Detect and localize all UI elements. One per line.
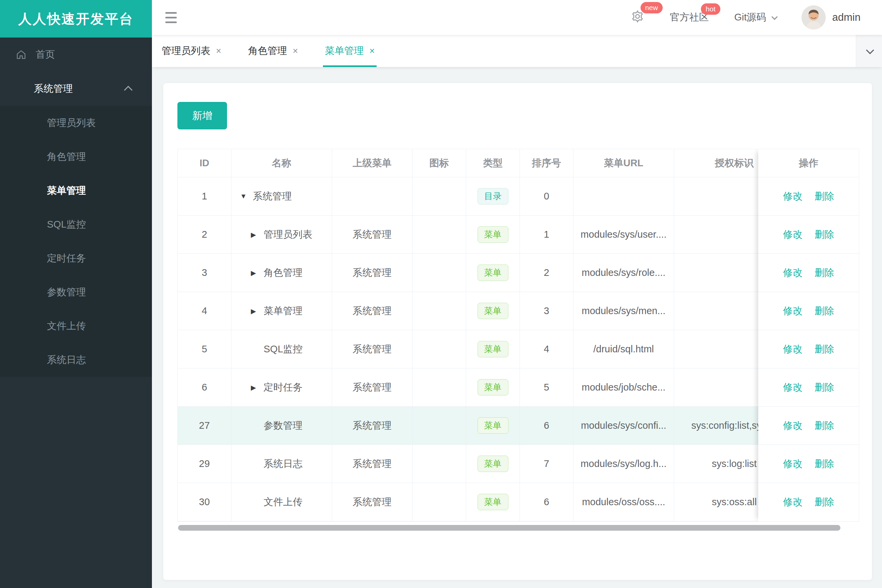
delete-link[interactable]: 删除 bbox=[814, 343, 834, 356]
username: admin bbox=[832, 11, 861, 24]
sidebar-toggle-icon[interactable] bbox=[165, 12, 177, 23]
table-row[interactable]: 29 系统日志 系统管理 菜单 7 modules/sys/log.h... s… bbox=[178, 445, 859, 483]
chevron-up-icon bbox=[124, 86, 132, 94]
delete-link[interactable]: 删除 bbox=[814, 190, 834, 203]
col-header-actions: 操作 bbox=[758, 149, 859, 177]
sidebar-group-system[interactable]: 系统管理 bbox=[0, 72, 152, 106]
table-row[interactable]: 30 文件上传 系统管理 菜单 6 modules/oss/oss.... sy… bbox=[178, 483, 859, 521]
row-actions: 修改删除 bbox=[758, 368, 859, 406]
hot-badge: hot bbox=[701, 3, 720, 15]
sidebar-item-file-upload[interactable]: 文件上传 bbox=[0, 309, 152, 343]
row-actions: 修改删除 bbox=[758, 216, 859, 254]
community-link[interactable]: 官方社区 hot bbox=[670, 11, 709, 24]
topbar: new 官方社区 hot Git源码 bbox=[152, 0, 882, 35]
table-header-row: ID 名称 上级菜单 图标 类型 排序号 菜单URL 授权标识 bbox=[178, 149, 859, 177]
type-badge: 菜单 bbox=[478, 456, 508, 472]
chevron-down-icon bbox=[866, 46, 874, 54]
type-badge: 菜单 bbox=[478, 226, 508, 243]
delete-link[interactable]: 删除 bbox=[814, 228, 834, 242]
close-icon[interactable]: × bbox=[216, 46, 221, 56]
delete-link[interactable]: 删除 bbox=[814, 304, 834, 318]
type-badge: 菜单 bbox=[478, 417, 508, 434]
table-row[interactable]: 6 ▶定时任务 系统管理 菜单 5 modules/job/sche... bbox=[178, 368, 859, 406]
type-badge: 菜单 bbox=[478, 264, 508, 281]
tabs-dropdown-button[interactable] bbox=[856, 35, 882, 67]
delete-link[interactable]: 删除 bbox=[814, 266, 834, 280]
app-title: 人人快速开发平台 bbox=[18, 10, 134, 28]
home-icon bbox=[16, 50, 26, 60]
type-badge: 菜单 bbox=[478, 341, 508, 358]
menu-card: 新增 ID 名称 上级菜单 图标 类型 排序号 菜单URL 授权标识 bbox=[163, 83, 872, 580]
delete-link[interactable]: 删除 bbox=[814, 457, 834, 471]
tabbar: 管理员列表 × 角色管理 × 菜单管理 × bbox=[152, 35, 882, 67]
expand-icon[interactable]: ▶ bbox=[251, 269, 264, 277]
delete-link[interactable]: 删除 bbox=[814, 419, 834, 432]
table-row[interactable]: 5 SQL监控 系统管理 菜单 4 /druid/sql.html bbox=[178, 330, 859, 368]
expand-icon[interactable]: ▶ bbox=[251, 307, 264, 315]
row-actions: 修改删除 bbox=[758, 330, 859, 368]
type-badge: 菜单 bbox=[478, 379, 508, 396]
expand-icon[interactable]: ▶ bbox=[251, 384, 264, 392]
table-row-selected[interactable]: 27 参数管理 系统管理 菜单 6 modules/sys/confi... s… bbox=[178, 406, 859, 445]
collapse-icon[interactable]: ▼ bbox=[240, 192, 253, 200]
sidebar-item-system-log[interactable]: 系统日志 bbox=[0, 343, 152, 377]
sidebar-item-admin-list[interactable]: 管理员列表 bbox=[0, 106, 152, 140]
close-icon[interactable]: × bbox=[370, 46, 375, 56]
row-actions: 修改删除 bbox=[758, 406, 859, 445]
col-header-order: 排序号 bbox=[520, 149, 574, 177]
type-badge: 菜单 bbox=[478, 494, 508, 510]
topbar-right: new 官方社区 hot Git源码 bbox=[605, 5, 861, 30]
delete-link[interactable]: 删除 bbox=[814, 495, 834, 509]
sidebar-item-scheduled-jobs[interactable]: 定时任务 bbox=[0, 242, 152, 275]
sidebar-item-menu-mgmt[interactable]: 菜单管理 bbox=[0, 174, 152, 207]
type-badge: 目录 bbox=[478, 188, 508, 205]
content: 新增 ID 名称 上级菜单 图标 类型 排序号 菜单URL 授权标识 bbox=[152, 67, 882, 588]
sidebar-item-home[interactable]: 首页 bbox=[0, 38, 152, 72]
table-row[interactable]: 2 ▶管理员列表 系统管理 菜单 1 modules/sys/user.... bbox=[178, 216, 859, 254]
sidebar-item-param-mgmt[interactable]: 参数管理 bbox=[0, 275, 152, 309]
expand-icon[interactable]: ▶ bbox=[251, 231, 264, 238]
tab-admin-list[interactable]: 管理员列表 × bbox=[162, 35, 221, 67]
edit-link[interactable]: 修改 bbox=[783, 343, 802, 356]
table-row[interactable]: 4 ▶菜单管理 系统管理 菜单 3 modules/sys/men... bbox=[178, 292, 859, 330]
row-actions: 修改删除 bbox=[758, 254, 859, 292]
edit-link[interactable]: 修改 bbox=[783, 457, 802, 471]
table-row[interactable]: 3 ▶角色管理 系统管理 菜单 2 modules/sys/role.... bbox=[178, 254, 859, 292]
col-header-icon: 图标 bbox=[413, 149, 466, 177]
row-actions: 修改删除 bbox=[758, 483, 859, 521]
col-header-type: 类型 bbox=[466, 149, 520, 177]
row-actions: 修改删除 bbox=[758, 292, 859, 330]
tab-menu-mgmt[interactable]: 菜单管理 × bbox=[325, 35, 375, 67]
edit-link[interactable]: 修改 bbox=[783, 495, 802, 509]
sidebar: 人人快速开发平台 首页 系统管理 管理员列表 角色管理 菜单管理 SQL监控 定… bbox=[0, 0, 152, 588]
scrollbar-thumb[interactable] bbox=[178, 525, 840, 531]
table-row[interactable]: 1 ▼系统管理 目录 0 bbox=[178, 177, 859, 216]
add-button[interactable]: 新增 bbox=[177, 102, 227, 129]
fixed-actions-column: 操作 修改删除 修改删除 修改删除 修改删除 修改删除 修改删除 修改删除 修改… bbox=[758, 149, 859, 521]
edit-link[interactable]: 修改 bbox=[783, 304, 802, 318]
edit-link[interactable]: 修改 bbox=[783, 266, 802, 280]
row-actions: 修改删除 bbox=[758, 177, 859, 216]
user-menu[interactable]: admin bbox=[801, 5, 861, 30]
avatar[interactable] bbox=[801, 5, 826, 30]
settings-button[interactable]: new bbox=[631, 9, 645, 26]
menu-table: ID 名称 上级菜单 图标 类型 排序号 菜单URL 授权标识 1 ▼系统管理 bbox=[177, 149, 859, 531]
tab-role-mgmt[interactable]: 角色管理 × bbox=[248, 35, 298, 67]
table-grid: ID 名称 上级菜单 图标 类型 排序号 菜单URL 授权标识 1 ▼系统管理 bbox=[177, 149, 859, 522]
close-icon[interactable]: × bbox=[293, 46, 298, 56]
edit-link[interactable]: 修改 bbox=[783, 190, 802, 203]
col-header-id: ID bbox=[178, 149, 231, 177]
sidebar-item-sql-monitor[interactable]: SQL监控 bbox=[0, 207, 152, 242]
chevron-down-icon bbox=[771, 14, 777, 20]
edit-link[interactable]: 修改 bbox=[783, 228, 802, 242]
git-source-label: Git源码 bbox=[735, 11, 766, 24]
delete-link[interactable]: 删除 bbox=[814, 381, 834, 394]
col-header-name: 名称 bbox=[231, 149, 332, 177]
edit-link[interactable]: 修改 bbox=[783, 419, 802, 432]
main-area: new 官方社区 hot Git源码 bbox=[152, 0, 882, 588]
edit-link[interactable]: 修改 bbox=[783, 381, 802, 394]
sidebar-item-role-mgmt[interactable]: 角色管理 bbox=[0, 140, 152, 174]
sidebar-home-label: 首页 bbox=[36, 48, 55, 62]
git-source-menu[interactable]: Git源码 bbox=[735, 11, 776, 24]
sidebar-submenu: 管理员列表 角色管理 菜单管理 SQL监控 定时任务 参数管理 文件上传 系统日… bbox=[0, 106, 152, 377]
